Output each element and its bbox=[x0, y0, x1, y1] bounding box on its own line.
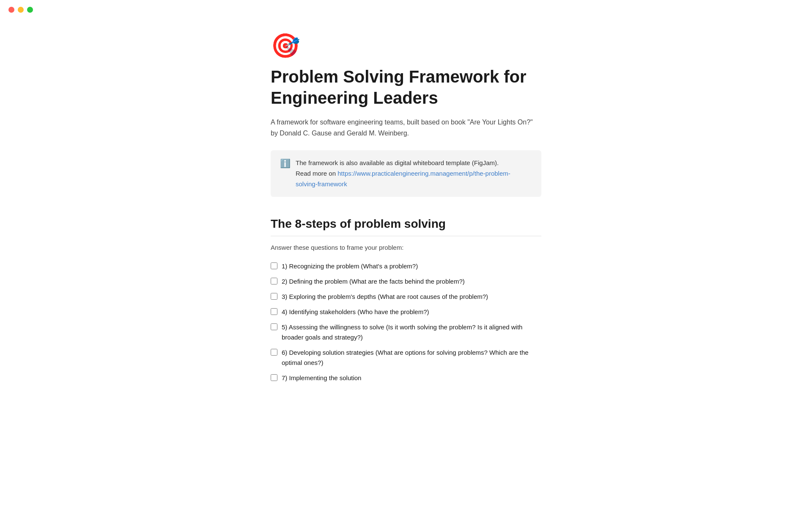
checklist-text-5: 5) Assessing the willingness to solve (I… bbox=[282, 322, 541, 342]
close-button[interactable] bbox=[8, 7, 14, 13]
callout-line1: The framework is also available as digit… bbox=[296, 158, 532, 168]
callout-prefix: Read more on bbox=[296, 170, 337, 177]
callout-content: The framework is also available as digit… bbox=[296, 158, 532, 189]
section-divider bbox=[271, 236, 541, 236]
checklist-text-6: 6) Developing solution strategies (What … bbox=[282, 348, 541, 368]
page-subtitle: A framework for software engineering tea… bbox=[271, 117, 541, 138]
checklist-text-7: 7) Implementing the solution bbox=[282, 373, 541, 383]
checklist-text-4: 4) Identifying stakeholders (Who have th… bbox=[282, 307, 541, 317]
checklist-item: 5) Assessing the willingness to solve (I… bbox=[271, 320, 541, 345]
checklist-checkbox-7[interactable] bbox=[271, 374, 277, 381]
checklist-checkbox-1[interactable] bbox=[271, 262, 277, 269]
checklist: 1) Recognizing the problem (What's a pro… bbox=[271, 259, 541, 386]
page-title: Problem Solving Framework for Engineerin… bbox=[271, 66, 541, 108]
callout-box: ℹ️ The framework is also available as di… bbox=[271, 150, 541, 197]
checklist-text-1: 1) Recognizing the problem (What's a pro… bbox=[282, 261, 541, 271]
minimize-button[interactable] bbox=[18, 7, 24, 13]
maximize-button[interactable] bbox=[27, 7, 33, 13]
checklist-item: 2) Defining the problem (What are the fa… bbox=[271, 274, 541, 289]
checklist-item: 4) Identifying stakeholders (Who have th… bbox=[271, 304, 541, 320]
section-heading: The 8-steps of problem solving bbox=[271, 217, 541, 231]
checklist-checkbox-5[interactable] bbox=[271, 323, 277, 330]
checklist-checkbox-3[interactable] bbox=[271, 293, 277, 300]
page-icon: 🎯 bbox=[271, 34, 541, 58]
checklist-checkbox-2[interactable] bbox=[271, 278, 277, 284]
checklist-item: 3) Exploring the problem's depths (What … bbox=[271, 289, 541, 304]
checklist-checkbox-6[interactable] bbox=[271, 349, 277, 356]
checklist-item: 1) Recognizing the problem (What's a pro… bbox=[271, 259, 541, 274]
main-content: 🎯 Problem Solving Framework for Engineer… bbox=[254, 0, 558, 411]
info-icon: ℹ️ bbox=[280, 158, 291, 168]
checklist-text-3: 3) Exploring the problem's depths (What … bbox=[282, 292, 541, 302]
checklist-checkbox-4[interactable] bbox=[271, 308, 277, 315]
window-chrome bbox=[0, 0, 812, 19]
callout-line2: Read more on https://www.practicalengine… bbox=[296, 168, 532, 190]
checklist-text-2: 2) Defining the problem (What are the fa… bbox=[282, 276, 541, 287]
section-intro: Answer these questions to frame your pro… bbox=[271, 244, 541, 251]
checklist-item: 6) Developing solution strategies (What … bbox=[271, 345, 541, 370]
checklist-item: 7) Implementing the solution bbox=[271, 370, 541, 386]
